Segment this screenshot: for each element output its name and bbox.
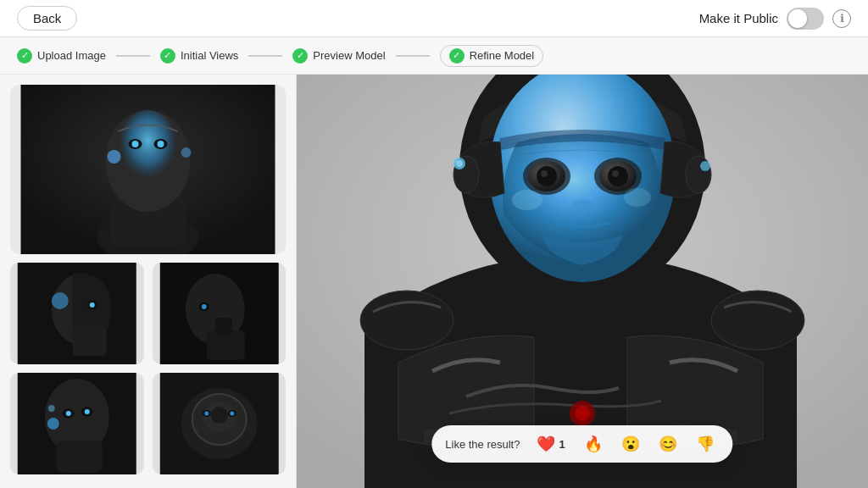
step-divider-3 <box>396 55 430 57</box>
step-initial-label: Initial Views <box>181 49 238 62</box>
step-preview-label: Preview Model <box>313 49 385 62</box>
svg-point-32 <box>48 405 55 412</box>
svg-rect-20 <box>206 330 244 360</box>
svg-point-17 <box>52 292 69 309</box>
svg-point-67 <box>512 190 542 210</box>
svg-point-11 <box>181 147 192 158</box>
svg-point-45 <box>575 406 590 421</box>
make-public-toggle[interactable] <box>787 8 824 30</box>
step-initial-check: ✓ <box>160 48 175 64</box>
thumbnail-angled-left[interactable] <box>10 373 144 474</box>
thumbnail-main[interactable] <box>10 85 286 254</box>
svg-point-47 <box>711 291 804 350</box>
svg-point-23 <box>201 304 206 309</box>
info-icon[interactable]: ℹ <box>832 9 851 28</box>
step-preview-check: ✓ <box>292 48 308 64</box>
header: Back Make it Public ℹ <box>0 0 868 37</box>
svg-point-40 <box>204 412 209 416</box>
step-upload-label: Upload Image <box>37 49 106 62</box>
main-content: Like the result? ❤️ 1 🔥 😮 😊 👎 <box>0 75 868 488</box>
dislike-emoji: 👎 <box>696 435 715 453</box>
reaction-wow[interactable]: 😮 <box>616 432 645 456</box>
reaction-bar: Like the result? ❤️ 1 🔥 😮 😊 👎 <box>431 425 732 463</box>
svg-rect-26 <box>56 441 103 473</box>
reaction-smile[interactable]: 😊 <box>654 432 682 456</box>
step-upload[interactable]: ✓ Upload Image <box>17 48 106 64</box>
right-panel: Like the result? ❤️ 1 🔥 😮 😊 👎 <box>297 75 868 488</box>
step-divider-2 <box>248 55 282 57</box>
step-refine-check: ✓ <box>449 48 465 64</box>
svg-point-68 <box>624 188 651 207</box>
svg-point-65 <box>456 160 463 167</box>
smile-emoji: 😊 <box>659 435 677 453</box>
thumbnail-side-right[interactable] <box>153 263 287 364</box>
svg-rect-21 <box>214 318 231 335</box>
svg-point-30 <box>85 409 90 414</box>
make-public-label: Make it Public <box>699 11 778 25</box>
svg-point-8 <box>132 141 139 147</box>
step-refine-label: Refine Model <box>470 49 535 62</box>
svg-point-60 <box>608 166 628 186</box>
left-panel <box>0 75 297 488</box>
thumbnail-row-2 <box>10 373 286 474</box>
heart-emoji: ❤️ <box>537 435 555 453</box>
main-3d-view: Like the result? ❤️ 1 🔥 😮 😊 👎 <box>297 75 868 488</box>
thumbnail-row-1 <box>10 263 286 364</box>
svg-point-10 <box>108 150 121 164</box>
svg-point-58 <box>541 170 548 177</box>
svg-point-9 <box>158 141 164 147</box>
svg-rect-14 <box>73 326 107 356</box>
svg-point-16 <box>90 302 95 308</box>
step-preview[interactable]: ✓ Preview Model <box>292 48 385 64</box>
svg-point-61 <box>612 170 619 177</box>
svg-point-31 <box>47 418 59 430</box>
step-initial[interactable]: ✓ Initial Views <box>160 48 238 64</box>
svg-point-37 <box>210 407 227 424</box>
thumbnail-angled-right[interactable] <box>153 373 287 474</box>
reaction-prompt: Like the result? <box>445 438 520 451</box>
heart-count: 1 <box>559 438 565 451</box>
step-divider-1 <box>116 55 150 57</box>
reaction-fire[interactable]: 🔥 <box>579 432 608 456</box>
svg-point-28 <box>66 411 71 416</box>
step-upload-check: ✓ <box>17 48 32 64</box>
fire-emoji: 🔥 <box>584 435 603 453</box>
thumbnail-side-left[interactable] <box>10 263 144 364</box>
header-right-controls: Make it Public ℹ <box>699 8 851 30</box>
svg-point-57 <box>537 166 557 186</box>
reaction-heart[interactable]: ❤️ 1 <box>531 432 570 456</box>
svg-point-42 <box>230 412 234 416</box>
wow-emoji: 😮 <box>621 435 640 453</box>
svg-point-46 <box>360 291 453 350</box>
svg-point-66 <box>700 161 710 171</box>
steps-bar: ✓ Upload Image ✓ Initial Views ✓ Preview… <box>0 37 868 75</box>
back-button[interactable]: Back <box>17 6 77 30</box>
step-refine[interactable]: ✓ Refine Model <box>440 45 544 67</box>
svg-point-5 <box>119 110 178 186</box>
reaction-dislike[interactable]: 👎 <box>691 432 720 456</box>
